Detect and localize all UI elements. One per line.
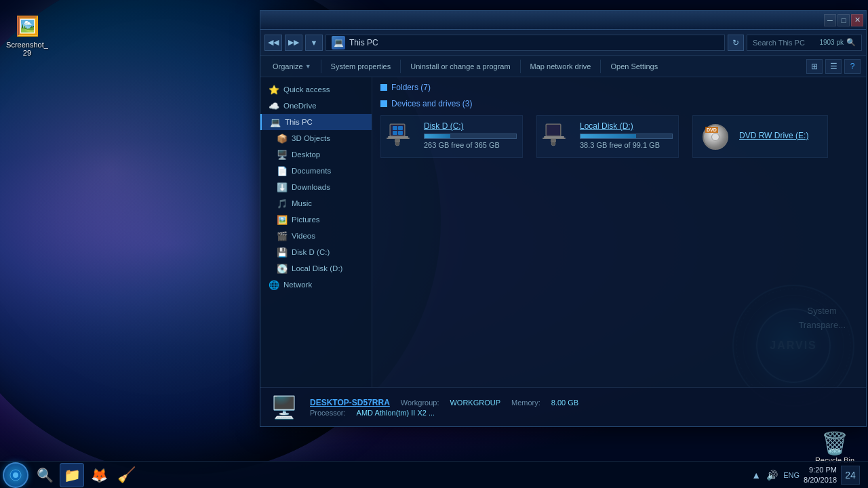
- uninstall-button[interactable]: Uninstall or change a program: [403, 58, 517, 75]
- sidebar-3d-label: 3D Objects: [292, 134, 330, 142]
- tray-arrow[interactable]: ▲: [751, 470, 761, 481]
- videos-icon: 🎬: [277, 230, 288, 241]
- svg-point-19: [13, 472, 18, 478]
- help-button[interactable]: ?: [844, 59, 861, 74]
- folders-section-label: Folders (7): [391, 83, 431, 92]
- drives-grid: Disk D (C:) 263 GB free of 365 GB: [380, 115, 858, 158]
- drive-d-name[interactable]: Local Disk (D:): [580, 121, 673, 131]
- sidebar-onedrive-label: OneDrive: [283, 102, 317, 110]
- ccleaner-taskbar-button[interactable]: 🧹: [114, 463, 138, 487]
- svg-rect-8: [393, 131, 397, 135]
- computer-name[interactable]: DESKTOP-SD57RRA: [310, 398, 390, 407]
- back-button[interactable]: ◀◀: [264, 35, 282, 51]
- sidebar-documents-label: Documents: [292, 167, 331, 175]
- sidebar-item-disk-c[interactable]: 💾 Disk D (C:): [260, 244, 372, 260]
- close-button[interactable]: ✕: [851, 14, 863, 26]
- taskbar-right: ▲ 🔊 ENG 9:20 PM 8/20/2018 24: [751, 465, 865, 485]
- workgroup-label: Workgroup:: [401, 399, 439, 407]
- sidebar-music-label: Music: [292, 199, 312, 207]
- downloads-icon: ⬇️: [277, 182, 288, 192]
- this-pc-icon: 💻: [270, 117, 281, 127]
- drive-c-item[interactable]: Disk D (C:) 263 GB free of 365 GB: [380, 115, 523, 158]
- system-clock[interactable]: 9:20 PM 8/20/2018: [804, 465, 837, 485]
- sidebar-item-network[interactable]: 🌐 Network: [260, 277, 372, 293]
- sidebar-item-desktop[interactable]: 🖥️ Desktop: [260, 146, 372, 163]
- svg-point-11: [395, 142, 399, 146]
- recycle-bin-icon[interactable]: 🗑️ Recycle Bin: [815, 430, 854, 464]
- tray-language[interactable]: ENG: [783, 471, 800, 479]
- view-options-button[interactable]: ⊞: [806, 59, 823, 74]
- search-count: 1903 pk: [819, 39, 844, 46]
- dvd-drive-item[interactable]: DVD DVD RW Drive (E:): [692, 115, 828, 158]
- tray-volume[interactable]: 🔊: [766, 470, 778, 481]
- sidebar-disk-c-label: Disk D (C:): [292, 248, 330, 256]
- dvd-disc: DVD: [703, 124, 728, 150]
- open-settings-button[interactable]: Open Settings: [604, 58, 665, 75]
- sidebar-item-quick-access[interactable]: ⭐ Quick access: [260, 81, 372, 98]
- status-row-1: DESKTOP-SD57RRA Workgroup: WORKGROUP Mem…: [310, 398, 578, 407]
- desktop: 🖼️ Screenshot_29 JARVIS 🗑️ Recycle Bin ─…: [0, 0, 868, 488]
- workgroup-value: WORKGROUP: [450, 399, 500, 407]
- toolbar-right: ⊞ ☰ ?: [806, 59, 861, 74]
- pc-address-icon: 💻: [332, 36, 345, 49]
- sidebar-item-3d-objects[interactable]: 📦 3D Objects: [260, 130, 372, 146]
- status-info: DESKTOP-SD57RRA Workgroup: WORKGROUP Mem…: [310, 398, 578, 417]
- toolbar-separator-1: [321, 60, 321, 73]
- dvd-name[interactable]: DVD RW Drive (E:): [739, 131, 822, 140]
- desktop-icon-screenshot[interactable]: 🖼️ Screenshot_29: [3, 12, 51, 57]
- search-icon: 🔍: [846, 38, 856, 47]
- sidebar-item-documents[interactable]: 📄 Documents: [260, 163, 372, 179]
- sidebar-item-videos[interactable]: 🎬 Videos: [260, 228, 372, 244]
- drive-c-info: Disk D (C:) 263 GB free of 365 GB: [424, 121, 517, 149]
- sidebar-item-onedrive[interactable]: ☁️ OneDrive: [260, 98, 372, 114]
- folder-taskbar-button[interactable]: 📁: [60, 463, 84, 487]
- 3d-objects-icon: 📦: [277, 133, 288, 144]
- minimize-button[interactable]: ─: [824, 14, 836, 26]
- search-taskbar-button[interactable]: 🔍: [33, 463, 57, 487]
- organize-button[interactable]: Organize ▼: [266, 58, 318, 75]
- title-bar: ─ □ ✕: [260, 11, 866, 30]
- onedrive-icon: ☁️: [269, 100, 279, 111]
- svg-rect-7: [398, 126, 403, 130]
- folders-section-header: Folders (7): [380, 83, 858, 92]
- map-drive-button[interactable]: Map network drive: [524, 58, 598, 75]
- sidebar-pictures-label: Pictures: [292, 216, 320, 224]
- dropdown-button[interactable]: ▼: [305, 35, 323, 51]
- toolbar-separator-2: [400, 60, 401, 73]
- system-properties-button[interactable]: System properties: [324, 58, 398, 75]
- drive-c-bar-bg: [424, 134, 517, 139]
- forward-button[interactable]: ▶▶: [285, 35, 302, 51]
- refresh-button[interactable]: ↻: [728, 35, 744, 51]
- maximize-button[interactable]: □: [837, 14, 850, 26]
- drive-d-bar-fill: [580, 134, 636, 138]
- system-transparent-text: System Transpare...: [798, 304, 846, 333]
- drive-c-name[interactable]: Disk D (C:): [424, 121, 517, 131]
- taskbar: 🔍 📁 🦊 🧹 ▲ 🔊 ENG 9:20 PM 8/20/2018 24: [0, 461, 868, 488]
- toolbar: Organize ▼ System properties Uninstall o…: [260, 56, 866, 77]
- folders-header-icon: [380, 84, 387, 91]
- clock-time: 9:20 PM: [809, 465, 837, 474]
- address-path[interactable]: 💻 This PC: [326, 35, 725, 51]
- drive-d-item[interactable]: Local Disk (D:) 38.3 GB free of 99.1 GB: [536, 115, 679, 158]
- sidebar-item-local-d[interactable]: 💽 Local Disk (D:): [260, 260, 372, 277]
- clock-date: 8/20/2018: [804, 475, 837, 485]
- devices-section-label: Devices and drives (3): [391, 99, 472, 108]
- memory-label: Memory:: [511, 399, 540, 407]
- devices-section-header: Devices and drives (3): [380, 99, 858, 108]
- sidebar-item-this-pc[interactable]: 💻 This PC: [260, 114, 372, 130]
- sidebar-desktop-label: Desktop: [292, 150, 320, 159]
- system-text-line1: System: [798, 304, 846, 319]
- svg-rect-3: [387, 138, 410, 139]
- screenshot-icon: 🖼️: [14, 12, 41, 39]
- sidebar-item-pictures[interactable]: 🖼️ Pictures: [260, 211, 372, 228]
- search-placeholder: Search This PC: [753, 39, 816, 47]
- sidebar-item-downloads[interactable]: ⬇️ Downloads: [260, 179, 372, 195]
- start-button[interactable]: [3, 462, 28, 488]
- view-toggle-button[interactable]: ☰: [825, 59, 842, 74]
- notification-button[interactable]: 24: [841, 466, 860, 485]
- firefox-taskbar-button[interactable]: 🦊: [87, 463, 111, 487]
- system-tray: ▲ 🔊 ENG: [751, 470, 800, 481]
- search-box[interactable]: Search This PC 1903 pk 🔍: [747, 35, 862, 51]
- sidebar-item-music[interactable]: 🎵 Music: [260, 195, 372, 211]
- system-text-line2: Transpare...: [798, 319, 846, 333]
